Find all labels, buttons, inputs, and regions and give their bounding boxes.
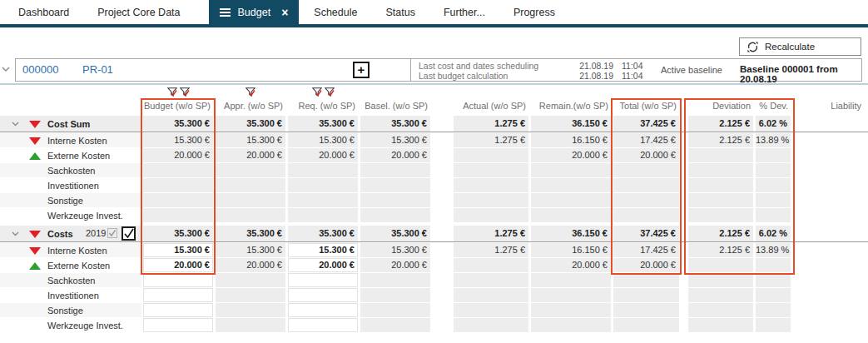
recalculate-button[interactable]: Recalculate (739, 37, 861, 56)
triangle-down-icon (29, 137, 41, 145)
triangle-up-icon (29, 152, 41, 160)
tab-status[interactable]: Status (385, 0, 414, 24)
tab-progress[interactable]: Progress (513, 0, 555, 24)
column-header-basel[interactable]: Basel. (w/o SP) (360, 100, 430, 112)
table-row-sachkosten: Sachkosten (0, 273, 868, 287)
cell-req[interactable]: 15.300 € (288, 243, 358, 257)
tab-project-core-data[interactable]: Project Core Data (97, 0, 180, 24)
filter-funnel-icon[interactable] (325, 87, 335, 98)
cell-pdev (756, 178, 791, 192)
cell-deviation: 2.125 € (688, 243, 753, 257)
cell-req[interactable]: 20.000 € (288, 258, 358, 272)
recalculate-label: Recalculate (765, 42, 815, 52)
tab-label: Schedule (314, 7, 357, 18)
cell-budget[interactable]: 20.000 € (143, 258, 213, 272)
cell-liability (797, 303, 864, 317)
cell-deviation: 2.125 € (688, 133, 753, 147)
column-header-remain[interactable]: Remain.(w/o SP) (531, 100, 611, 112)
cell-deviation (688, 258, 753, 272)
tab-dashboard[interactable]: Dashboard (18, 0, 69, 24)
column-header-actual[interactable]: Actual (w/o SP) (454, 100, 528, 112)
row-label-cell: Interne Kosten (0, 133, 141, 147)
header-separator (0, 83, 868, 85)
cell-budget[interactable] (143, 303, 213, 317)
project-header: 000000 PR-01 + Last cost and dates sched… (15, 58, 862, 82)
cell-budget: 15.300 € (143, 133, 213, 147)
filter-icon-group-budget[interactable] (143, 87, 213, 98)
cell-req[interactable] (288, 303, 358, 317)
cell-liability (797, 163, 864, 177)
tab-label: Further... (444, 7, 485, 18)
column-header-liability[interactable]: Liability (797, 100, 864, 112)
hamburger-icon[interactable] (220, 7, 231, 18)
cell-req[interactable] (288, 288, 358, 302)
cell-deviation (688, 273, 753, 287)
column-header-deviation[interactable]: Deviation (688, 100, 753, 112)
close-icon[interactable]: × (281, 7, 288, 18)
cell-budget (143, 163, 213, 177)
filter-funnel-icon[interactable] (246, 87, 255, 98)
cell-deviation (688, 288, 753, 302)
filter-icon-group-appr[interactable] (216, 87, 285, 98)
table-row-sachkosten: Sachkosten (0, 163, 868, 177)
tab-schedule[interactable]: Schedule (314, 0, 357, 24)
filter-funnel-icon[interactable] (167, 87, 177, 98)
cell-total (613, 318, 679, 332)
table-row-werkzeuge-invest: Werkzeuge Invest. (0, 318, 868, 332)
column-header-pdev[interactable]: % Dev. (756, 100, 791, 112)
cell-budget[interactable] (143, 273, 213, 287)
tab-further[interactable]: Further... (444, 0, 485, 24)
cell-budget[interactable] (143, 288, 213, 302)
cell-pdev (756, 273, 791, 287)
cell-req[interactable] (288, 318, 358, 332)
cell-req[interactable] (288, 273, 358, 287)
cell-deviation (688, 318, 753, 332)
column-header-total[interactable]: Total (w/o SP) (613, 100, 679, 112)
cell-remain: 36.150 € (531, 116, 611, 132)
row-label: Cost Sum (47, 119, 90, 129)
row-label-cell: Sachkosten (0, 163, 141, 177)
filter-funnel-icon[interactable] (180, 87, 190, 98)
cell-basel: 15.300 € (360, 133, 430, 147)
cell-actual (454, 148, 528, 162)
cell-req (288, 208, 358, 222)
chevron-down-icon[interactable] (12, 122, 19, 127)
project-title-panel: 000000 PR-01 + (16, 59, 411, 81)
cell-deviation (688, 208, 753, 222)
checkbox-checked[interactable] (122, 226, 136, 241)
add-button[interactable]: + (353, 62, 370, 78)
cell-budget[interactable] (143, 318, 213, 332)
cell-remain (531, 273, 611, 287)
cell-basel (360, 318, 430, 332)
cell-liability (797, 273, 864, 287)
cell-appr (216, 208, 285, 222)
cell-req (288, 178, 358, 192)
column-header-req[interactable]: Req. (w/o SP) (288, 100, 358, 112)
cell-budget: 35.300 € (143, 116, 213, 132)
row-label-cell: Investitionen (0, 288, 141, 302)
row-label: Externe Kosten (47, 261, 110, 271)
cell-actual (454, 288, 528, 302)
row-label-cell: Sachkosten (0, 273, 141, 287)
chevron-down-icon[interactable] (12, 231, 19, 236)
tab-budget[interactable]: Budget× (209, 0, 300, 24)
row-label-cell: Werkzeuge Invest. (0, 318, 141, 332)
cell-pdev: 6.02 % (756, 116, 791, 132)
cell-basel: 20.000 € (360, 148, 430, 162)
column-header-budget[interactable]: Budget (w/o SP) (143, 100, 213, 112)
cell-pdev (756, 258, 791, 272)
cell-appr: 35.300 € (216, 116, 285, 132)
table-row-sonstige: Sonstige (0, 193, 868, 207)
filter-funnel-icon[interactable] (312, 87, 322, 98)
cell-remain (531, 288, 611, 302)
cell-total (613, 303, 679, 317)
project-collapse-chevron-icon[interactable] (2, 64, 10, 74)
filter-icon-group-req[interactable] (288, 87, 358, 98)
triangle-up-icon (29, 262, 41, 270)
column-header-appr[interactable]: Appr. (w/o SP) (216, 100, 285, 112)
row-label-cell: Investitionen (0, 178, 141, 192)
cell-pdev (756, 208, 791, 222)
cell-budget[interactable]: 15.300 € (143, 243, 213, 257)
triangle-down-icon (29, 121, 41, 128)
cell-remain: 36.150 € (531, 226, 611, 241)
